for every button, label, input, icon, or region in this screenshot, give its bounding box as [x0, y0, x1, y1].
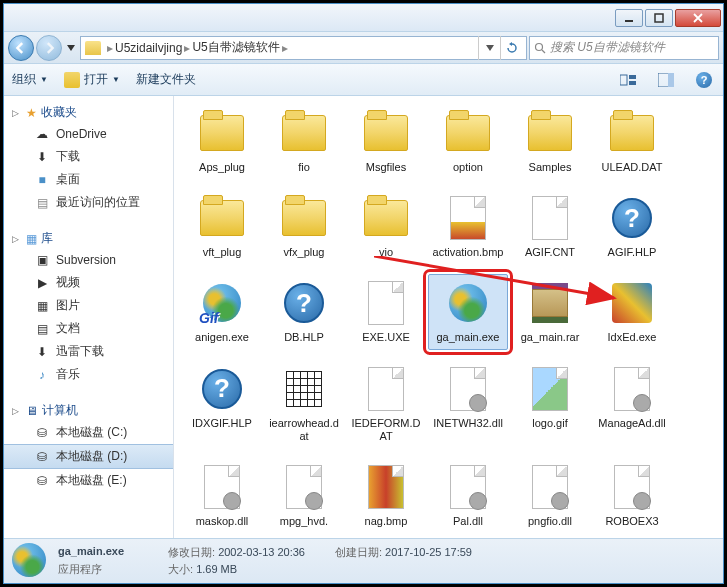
sidebar-item-subversion[interactable]: ▣Subversion: [4, 249, 173, 271]
file-item[interactable]: INETWH32.dll: [428, 360, 508, 448]
maximize-button[interactable]: [645, 9, 673, 27]
sidebar-item-videos[interactable]: ▶视频: [4, 271, 173, 294]
sidebar-item-downloads[interactable]: ⬇下载: [4, 145, 173, 168]
refresh-button[interactable]: [500, 36, 522, 60]
file-item[interactable]: activation.bmp: [428, 189, 508, 264]
new-folder-button[interactable]: 新建文件夹: [136, 71, 196, 88]
sidebar-item-recent[interactable]: ▤最近访问的位置: [4, 191, 173, 214]
path-box[interactable]: ▸ U5zidailvjing ▸ U5自带滤镜软件 ▸: [80, 36, 527, 60]
file-item[interactable]: Msgfiles: [346, 104, 426, 179]
file-item[interactable]: Samples: [510, 104, 590, 179]
toolbar: 组织▼ 打开▼ 新建文件夹 ?: [4, 64, 723, 96]
library-icon: ▦: [26, 232, 37, 246]
open-button[interactable]: 打开▼: [64, 71, 120, 88]
sidebar-item-drive-d[interactable]: ⛁本地磁盘 (D:): [4, 444, 173, 469]
file-item[interactable]: ?IDXGIF.HLP: [182, 360, 262, 448]
file-item[interactable]: ?DB.HLP: [264, 274, 344, 349]
document-icon: ▤: [34, 321, 50, 337]
recent-icon: ▤: [34, 195, 50, 211]
file-item[interactable]: ?AGIF.HLP: [592, 189, 672, 264]
file-item[interactable]: IdxEd.exe: [592, 274, 672, 349]
file-item[interactable]: Aps_plug: [182, 104, 262, 179]
view-options-button[interactable]: [617, 69, 639, 91]
sidebar-item-xunlei[interactable]: ⬇迅雷下载: [4, 340, 173, 363]
file-icon: [444, 463, 492, 511]
history-dropdown[interactable]: [64, 35, 78, 61]
file-label: ULEAD.DAT: [602, 161, 663, 174]
status-bar: ga_main.exe 修改日期: 2002-03-13 20:36 创建日期:…: [4, 538, 723, 583]
file-item[interactable]: Pal.dll: [428, 458, 508, 533]
file-item[interactable]: iearrowhead.dat: [264, 360, 344, 448]
file-label: activation.bmp: [433, 246, 504, 259]
file-item[interactable]: Gifanigen.exe: [182, 274, 262, 349]
file-icon: [444, 365, 492, 413]
file-label: EXE.UXE: [362, 331, 410, 344]
file-item[interactable]: ManageAd.dll: [592, 360, 672, 448]
favorites-header[interactable]: ▷★收藏夹: [4, 102, 173, 123]
sidebar-item-onedrive[interactable]: ☁OneDrive: [4, 123, 173, 145]
computer-header[interactable]: ▷🖥计算机: [4, 400, 173, 421]
sidebar-item-pictures[interactable]: ▦图片: [4, 294, 173, 317]
file-item[interactable]: logo.gif: [510, 360, 590, 448]
file-icon: [280, 463, 328, 511]
file-icon: [280, 194, 328, 242]
file-icon: [608, 365, 656, 413]
file-item[interactable]: vfx_plug: [264, 189, 344, 264]
file-item[interactable]: ULEAD.DAT: [592, 104, 672, 179]
libraries-header[interactable]: ▷▦库: [4, 228, 173, 249]
file-label: nag.bmp: [365, 515, 408, 528]
path-dropdown[interactable]: [478, 36, 500, 60]
organize-menu[interactable]: 组织▼: [12, 71, 48, 88]
file-item[interactable]: vft_plug: [182, 189, 262, 264]
file-item[interactable]: AGIF.CNT: [510, 189, 590, 264]
file-item[interactable]: EXE.UXE: [346, 274, 426, 349]
file-label: Aps_plug: [199, 161, 245, 174]
file-label: anigen.exe: [195, 331, 249, 344]
file-icon: [362, 194, 410, 242]
sidebar-item-music[interactable]: ♪音乐: [4, 363, 173, 386]
file-item[interactable]: mpg_hvd.: [264, 458, 344, 533]
music-icon: ♪: [34, 367, 50, 383]
file-icon: [608, 109, 656, 157]
file-item[interactable]: ga_main.exe: [428, 274, 508, 349]
sidebar-item-drive-e[interactable]: ⛁本地磁盘 (E:): [4, 469, 173, 492]
file-icon: [362, 463, 410, 511]
computer-icon: 🖥: [26, 404, 38, 418]
file-label: IDXGIF.HLP: [192, 417, 252, 430]
file-item[interactable]: fio: [264, 104, 344, 179]
folder-icon: [85, 41, 101, 55]
sidebar-item-desktop[interactable]: ■桌面: [4, 168, 173, 191]
file-label: IdxEd.exe: [608, 331, 657, 344]
file-icon: [444, 279, 492, 327]
close-button[interactable]: [675, 9, 721, 27]
minimize-button[interactable]: [615, 9, 643, 27]
help-button[interactable]: ?: [693, 69, 715, 91]
file-item[interactable]: maskop.dll: [182, 458, 262, 533]
file-item[interactable]: nag.bmp: [346, 458, 426, 533]
file-item[interactable]: vio: [346, 189, 426, 264]
path-part[interactable]: U5自带滤镜软件: [192, 39, 279, 56]
svg-rect-0: [625, 20, 633, 22]
file-icon: ?: [280, 279, 328, 327]
file-label: pngfio.dll: [528, 515, 572, 528]
star-icon: ★: [26, 106, 37, 120]
drive-icon: ⛁: [34, 473, 50, 489]
file-item[interactable]: ga_main.rar: [510, 274, 590, 349]
forward-button[interactable]: [36, 35, 62, 61]
file-item[interactable]: option: [428, 104, 508, 179]
file-label: AGIF.HLP: [608, 246, 657, 259]
file-item[interactable]: IEDEFORM.DAT: [346, 360, 426, 448]
sidebar-item-drive-c[interactable]: ⛁本地磁盘 (C:): [4, 421, 173, 444]
file-item[interactable]: ROBOEX3: [592, 458, 672, 533]
file-label: INETWH32.dll: [433, 417, 503, 430]
preview-pane-button[interactable]: [655, 69, 677, 91]
path-part[interactable]: U5zidailvjing: [115, 41, 182, 55]
app-icon: [64, 72, 80, 88]
sidebar-item-documents[interactable]: ▤文档: [4, 317, 173, 340]
file-view[interactable]: Aps_plugfioMsgfilesoptionSamplesULEAD.DA…: [174, 96, 723, 538]
svg-rect-1: [655, 14, 663, 22]
search-input[interactable]: 搜索 U5自带滤镜软件: [529, 36, 719, 60]
back-button[interactable]: [8, 35, 34, 61]
file-item[interactable]: pngfio.dll: [510, 458, 590, 533]
file-label: iearrowhead.dat: [267, 417, 341, 443]
